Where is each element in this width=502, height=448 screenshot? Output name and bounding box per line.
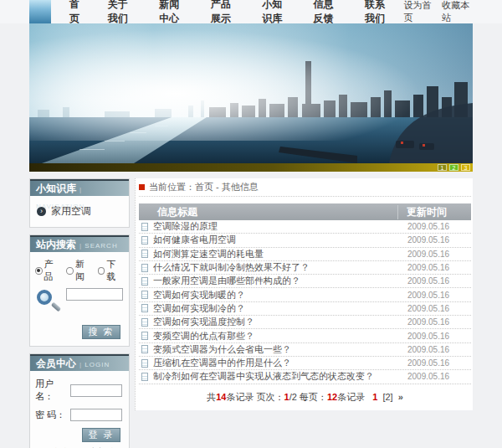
info-date: 2009.05.16 <box>397 276 471 286</box>
breadcrumb: 当前位置：首页 - 其他信息 <box>139 178 471 197</box>
main-nav: 首页关于我们新闻中心产品展示小知识库信息反馈联系我们 <box>57 0 404 26</box>
document-icon <box>141 291 148 299</box>
info-date: 2009.05.16 <box>397 358 471 368</box>
info-date: 2009.05.16 <box>397 332 471 341</box>
column-header-title: 信息标题 <box>139 205 397 219</box>
info-date: 2009.05.16 <box>397 317 471 327</box>
info-title-link[interactable]: 压缩机在空调器中的作用是什么？ <box>153 357 397 369</box>
hero-banner-photo: 123 <box>29 23 473 172</box>
sidebar-knowledge-box: 小知识库NAVIGATION › 家用空调 <box>29 178 130 228</box>
table-row[interactable]: 空调如何实现温度控制？ 2009.05.16 <box>139 316 471 329</box>
password-field[interactable] <box>70 409 122 421</box>
top-navigation-bar: 首页关于我们新闻中心产品展示小知识库信息反馈联系我们 设为首页收藏本站 <box>0 0 502 23</box>
table-row[interactable]: 变频式空调器为什么会省电一些？ 2009.05.16 <box>139 343 471 357</box>
box-subtitle: LOGIN <box>79 361 110 368</box>
box-title: 站内搜索 <box>36 239 76 250</box>
document-icon <box>141 345 148 353</box>
info-date: 2009.05.16 <box>397 263 471 272</box>
search-button[interactable]: 搜 索 <box>82 325 120 339</box>
table-row[interactable]: 什么情况下就叫制冷制热效果不好了？ 2009.05.16 <box>139 261 471 275</box>
info-title-link[interactable]: 空调除湿的原理 <box>153 220 397 233</box>
table-row[interactable]: 一般家用空调是由哪些部件构成的？ 2009.05.16 <box>139 275 471 288</box>
sidebar-item-label: 家用空调 <box>51 204 91 219</box>
column-header-date: 更新时间 <box>397 205 471 219</box>
password-label: 密 码： <box>35 409 70 421</box>
magnifier-icon <box>35 288 62 318</box>
banner-page-indicator[interactable]: 3 <box>461 164 470 171</box>
info-title-link[interactable]: 变频式空调器为什么会省电一些？ <box>153 343 397 356</box>
info-title-link[interactable]: 一般家用空调是由哪些部件构成的？ <box>153 275 397 287</box>
info-title-link[interactable]: 变频空调的优点有那些？ <box>153 330 397 342</box>
document-icon <box>141 264 148 272</box>
info-list: 空调除湿的原理 2009.05.16 如何健康省电用空调 2009.05.16 <box>139 220 471 384</box>
table-row[interactable]: 变频空调的优点有那些？ 2009.05.16 <box>139 329 471 342</box>
document-icon <box>141 304 148 312</box>
nav-item[interactable]: 新闻中心 <box>146 0 197 26</box>
info-date: 2009.05.16 <box>397 372 471 381</box>
pagination-text: /2 每页： <box>289 392 327 402</box>
nav-item[interactable]: 关于我们 <box>95 0 146 26</box>
login-button[interactable]: 登 录 <box>82 428 120 442</box>
table-row[interactable]: 如何健康省电用空调 2009.05.16 <box>139 234 471 247</box>
table-row[interactable]: 空调如何实现制冷的？ 2009.05.16 <box>139 302 471 316</box>
document-icon <box>141 250 148 258</box>
table-row[interactable]: 如何测算定速空调的耗电量 2009.05.16 <box>139 248 471 261</box>
pagination-text: 14 <box>216 392 226 402</box>
quick-link[interactable]: 设为首页 <box>404 0 433 24</box>
nav-item[interactable]: 信息反馈 <box>301 0 352 26</box>
table-row[interactable]: 压缩机在空调器中的作用是什么？ 2009.05.16 <box>139 357 471 370</box>
page-links: 1[2] <box>370 392 395 402</box>
info-title-link[interactable]: 什么情况下就叫制冷制热效果不好了？ <box>153 261 397 274</box>
info-title-link[interactable]: 空调如何实现温度控制？ <box>153 316 397 328</box>
document-icon <box>141 359 148 368</box>
last-page-icon[interactable]: » <box>398 392 403 402</box>
page-link[interactable]: 1 <box>372 392 377 402</box>
nav-item[interactable]: 联系我们 <box>352 0 403 26</box>
breadcrumb-square-icon <box>139 184 145 190</box>
box-subtitle: SEARCH <box>79 242 118 250</box>
table-row[interactable]: 空调如何实现制暖的？ 2009.05.16 <box>139 288 471 301</box>
radio-label: 新闻 <box>75 258 93 283</box>
username-field[interactable] <box>70 384 122 397</box>
info-title-link[interactable]: 制冷剂如何在空调器中实现从液态到气态的状态改变？ <box>153 370 397 383</box>
info-date: 2009.05.16 <box>397 250 471 259</box>
nav-item[interactable]: 首页 <box>57 0 95 26</box>
nav-item[interactable]: 小知识库 <box>249 0 300 26</box>
quick-link[interactable]: 收藏本站 <box>442 0 470 24</box>
search-type-radio[interactable]: 新闻 <box>66 258 92 283</box>
nav-item[interactable]: 产品展示 <box>198 0 249 26</box>
info-title-link[interactable]: 空调如何实现制暖的？ <box>153 289 397 301</box>
sidebar-login-box: 会员中心LOGIN 用户名： 密 码： 登 录 <box>29 353 130 448</box>
info-date: 2009.05.16 <box>397 222 471 231</box>
breadcrumb-text: 当前位置：首页 - 其他信息 <box>149 181 259 193</box>
site-logo[interactable] <box>29 0 51 23</box>
search-type-radio[interactable]: 下载 <box>98 258 124 283</box>
page: 首页关于我们新闻中心产品展示小知识库信息反馈联系我们 设为首页收藏本站 <box>0 0 502 448</box>
pagination: 共14条记录 页次：1/2 每页：12条记录 1[2] » <box>139 384 471 405</box>
pagination-text: 条记录 页次： <box>226 392 284 402</box>
info-title-link[interactable]: 空调如何实现制冷的？ <box>153 302 397 315</box>
pagination-text: 条记录 <box>337 392 370 402</box>
login-box-header: 会员中心LOGIN <box>30 354 129 371</box>
info-date: 2009.05.16 <box>397 235 471 245</box>
search-box-header: 站内搜索SEARCH <box>30 235 129 252</box>
search-type-radio[interactable]: 产品 <box>35 258 61 283</box>
banner-page-indicator[interactable]: 1 <box>438 164 447 171</box>
table-header: 信息标题 更新时间 <box>139 203 471 220</box>
document-icon <box>141 332 148 340</box>
info-date: 2009.05.16 <box>397 304 471 313</box>
info-title-link[interactable]: 如何健康省电用空调 <box>153 234 397 246</box>
page-link[interactable]: [2] <box>382 392 392 402</box>
box-title: 会员中心 <box>36 358 76 369</box>
main-content: 当前位置：首页 - 其他信息 信息标题 更新时间 空调除湿的原理 2009.05… <box>135 178 473 410</box>
search-input[interactable] <box>66 288 123 301</box>
arrow-bullet-icon: › <box>37 207 46 216</box>
banner-page-indicator[interactable]: 2 <box>449 164 458 171</box>
radio-label: 下载 <box>106 258 124 283</box>
document-icon <box>141 223 148 231</box>
table-row[interactable]: 制冷剂如何在空调器中实现从液态到气态的状态改变？ 2009.05.16 <box>139 370 471 384</box>
info-title-link[interactable]: 如何测算定速空调的耗电量 <box>153 248 397 260</box>
radio-icon <box>98 267 105 275</box>
table-row[interactable]: 空调除湿的原理 2009.05.16 <box>139 220 471 234</box>
radio-icon <box>35 267 43 275</box>
